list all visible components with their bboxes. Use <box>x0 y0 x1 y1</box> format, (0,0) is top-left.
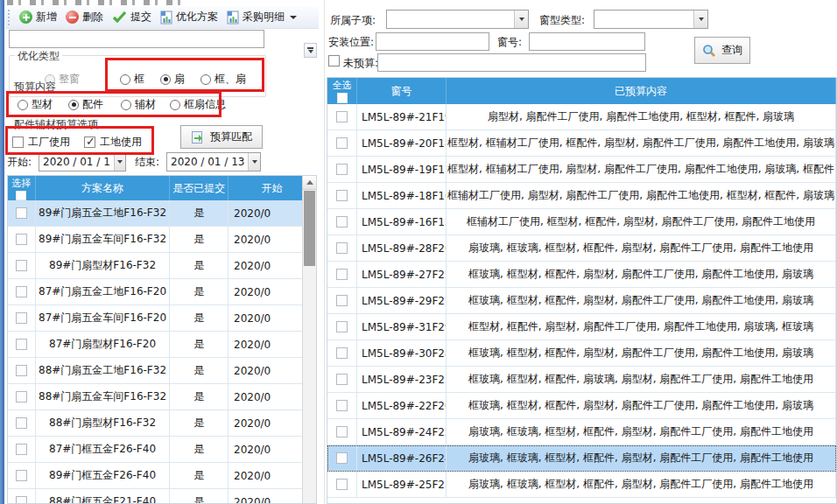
plan-select-cell[interactable] <box>8 489 36 504</box>
window-select-cell[interactable] <box>327 130 357 157</box>
window-table-row[interactable]: LM5L-89#-31F29框型材, 框配件, 扇型材, 扇配件工厂使用, 扇配… <box>327 314 836 340</box>
row-checkbox[interactable] <box>336 479 348 490</box>
submitted-column-header[interactable]: 是否已提交 <box>170 176 229 200</box>
query-button[interactable]: 查询 <box>694 37 750 64</box>
purchase-detail-button[interactable]: 采购明细 <box>223 8 302 26</box>
plan-select-cell[interactable] <box>8 384 36 410</box>
window-select-cell[interactable] <box>327 262 357 288</box>
end-date-picker[interactable]: 2020 / 01 / 13 <box>166 152 261 172</box>
row-checkbox[interactable] <box>336 400 348 411</box>
window-table-row[interactable]: LM5L-89#-26F24扇玻璃, 框玻璃, 框型材, 框配件, 扇型材, 扇… <box>327 445 836 472</box>
row-checkbox[interactable] <box>16 207 27 219</box>
row-checkbox[interactable] <box>16 365 27 376</box>
budget-match-button[interactable]: 预算匹配 <box>180 125 263 149</box>
window-select-cell[interactable] <box>327 209 357 235</box>
window-table-row[interactable]: LM5L-89#-30F28框玻璃, 框型材, 框配件, 扇型材, 扇配件工厂使… <box>327 340 836 367</box>
row-checkbox[interactable] <box>336 269 348 280</box>
window-select-cell[interactable] <box>327 445 357 472</box>
row-checkbox[interactable] <box>16 470 27 481</box>
plan-select-cell[interactable] <box>8 358 36 384</box>
plan-select-cell[interactable] <box>8 410 36 437</box>
window-table-row[interactable]: LM5L-89#-28F26扇玻璃, 框玻璃, 框型材, 框配件, 扇型材, 扇… <box>327 235 836 262</box>
window-select-cell[interactable] <box>327 288 357 314</box>
plan-table-row[interactable]: 87#门框五金F26-F40是2020/0 <box>8 437 316 463</box>
plan-select-cell[interactable] <box>8 332 36 358</box>
select-all-checkbox[interactable] <box>16 191 26 200</box>
window-table-row[interactable]: LM5L-89#-25F23扇玻璃, 框玻璃, 框型材, 框配件, 扇型材, 扇… <box>327 472 836 498</box>
window-select-cell[interactable] <box>327 472 357 498</box>
scrollbar-thumb[interactable] <box>304 191 315 266</box>
select-all-checkbox[interactable] <box>337 93 348 103</box>
dropdown-button[interactable] <box>248 153 260 171</box>
plan-table-row[interactable]: 88#门扇型材F16-F32是2020/0 <box>8 410 316 437</box>
window-select-cell[interactable] <box>327 340 357 367</box>
plan-select-cell[interactable] <box>8 200 36 227</box>
plan-table-row[interactable]: 89#门扇五金车间F16-F32是2020/0 <box>8 227 316 253</box>
row-checkbox[interactable] <box>16 444 27 455</box>
plan-table-row[interactable]: 87#门扇五金工地F16-F20是2020/0 <box>8 279 316 305</box>
plan-select-cell[interactable] <box>8 227 36 253</box>
optimize-plan-button[interactable]: 优化方案 <box>157 8 223 26</box>
select-all-column-header[interactable]: 全选 <box>327 78 357 104</box>
window-select-cell[interactable] <box>327 104 357 130</box>
plan-select-cell[interactable] <box>8 279 36 305</box>
window-table-row[interactable]: LM5L-89#-16F15框辅材工厂使用, 框型材, 框配件, 扇型材, 扇配… <box>327 209 836 235</box>
add-button[interactable]: 新增 <box>16 8 62 26</box>
window-select-cell[interactable] <box>327 367 357 393</box>
plan-table-row[interactable]: 89#门扇型材F16-F32是2020/0 <box>8 253 316 279</box>
dropdown-button[interactable] <box>693 10 707 28</box>
plan-table-row[interactable]: 89#门扇五金工地F16-F32是2020/0 <box>8 200 316 227</box>
window-type-select[interactable] <box>594 10 708 29</box>
plan-table-row[interactable]: 88#门扇五金工地F16-F32是2020/0 <box>8 358 316 384</box>
submit-button[interactable]: 提交 <box>109 8 157 26</box>
plan-select-cell[interactable] <box>8 253 36 279</box>
row-checkbox[interactable] <box>16 260 27 271</box>
row-checkbox[interactable] <box>336 190 348 201</box>
row-checkbox[interactable] <box>336 111 348 122</box>
row-checkbox[interactable] <box>336 374 348 385</box>
window-no-column-header[interactable]: 窗号 <box>357 78 447 104</box>
site-use-checkbox[interactable]: 工地使用 <box>84 135 142 150</box>
plan-select-cell[interactable] <box>8 463 36 489</box>
toolbar-overflow-button[interactable] <box>304 43 317 58</box>
start-date-picker[interactable]: 2020 / 01 / 1 <box>39 152 126 172</box>
sub-item-select[interactable] <box>386 10 529 29</box>
no-budget-checkbox[interactable] <box>328 55 340 66</box>
window-table-row[interactable]: LM5L-89#-18F16框辅材工厂使用, 扇型材, 扇配件工厂使用, 扇配件… <box>327 183 836 209</box>
radio-sash[interactable]: 扇 <box>160 72 185 87</box>
row-checkbox[interactable] <box>336 137 348 149</box>
scroll-up-button[interactable] <box>303 176 316 190</box>
row-checkbox[interactable] <box>16 234 27 245</box>
plan-table-row[interactable]: 87#门扇型材F16-F20是2020/0 <box>8 332 316 358</box>
plan-table-row[interactable]: 89#门框五金F26-F40是2020/0 <box>8 463 316 489</box>
window-table-row[interactable]: LM5L-89#-24F22扇玻璃, 框玻璃, 框型材, 框配件, 扇型材, 扇… <box>327 419 836 445</box>
dropdown-button[interactable] <box>514 10 528 28</box>
select-column-header[interactable]: 选择 <box>8 176 36 200</box>
row-checkbox[interactable] <box>16 417 27 429</box>
toolbar-grip-handle[interactable] <box>8 10 11 25</box>
radio-accessory[interactable]: 配件 <box>68 97 103 112</box>
row-checkbox[interactable] <box>16 312 27 324</box>
row-checkbox[interactable] <box>16 391 27 402</box>
row-checkbox[interactable] <box>16 339 27 350</box>
window-table-row[interactable]: LM5L-89#-27F25框玻璃, 框型材, 框配件, 扇型材, 扇配件工厂使… <box>327 262 836 288</box>
window-select-cell[interactable] <box>327 183 357 209</box>
window-table-row[interactable]: LM5L-89#-29F27框玻璃, 框型材, 框配件, 扇型材, 扇配件工厂使… <box>327 288 836 314</box>
plan-table-row[interactable]: 88#门扇五金车间F16-F32是2020/0 <box>8 384 316 410</box>
radio-frame-sash-info[interactable]: 框扇信息 <box>170 97 226 112</box>
window-select-cell[interactable] <box>327 157 357 183</box>
window-no-input[interactable] <box>529 32 645 51</box>
plan-table-scrollbar[interactable] <box>302 176 316 504</box>
window-table-row[interactable]: LM5L-89#-22F20框玻璃, 框型材, 框配件, 扇型材, 扇配件工厂使… <box>327 393 836 419</box>
no-budget-input[interactable] <box>377 53 646 72</box>
plan-select-cell[interactable] <box>8 437 36 463</box>
row-checkbox[interactable] <box>16 496 27 504</box>
window-table-row[interactable]: LM5L-89#-21F19扇型材, 扇配件工厂使用, 扇配件工地使用, 框型材… <box>327 104 836 130</box>
radio-profile[interactable]: 型材 <box>18 97 53 112</box>
factory-use-checkbox[interactable]: 工厂使用 <box>12 135 70 150</box>
window-table-row[interactable]: LM5L-89#-23F21框玻璃, 框型材, 框配件, 扇玻璃, 扇型材, 扇… <box>327 367 836 393</box>
row-checkbox[interactable] <box>336 347 348 359</box>
budgeted-content-column-header[interactable]: 已预算内容 <box>447 78 836 104</box>
plan-name-column-header[interactable]: 方案名称 <box>36 176 171 200</box>
window-table-row[interactable]: LM5L-89#-20F18框型材, 框辅材工厂使用, 框配件, 扇型材, 扇配… <box>327 130 836 157</box>
